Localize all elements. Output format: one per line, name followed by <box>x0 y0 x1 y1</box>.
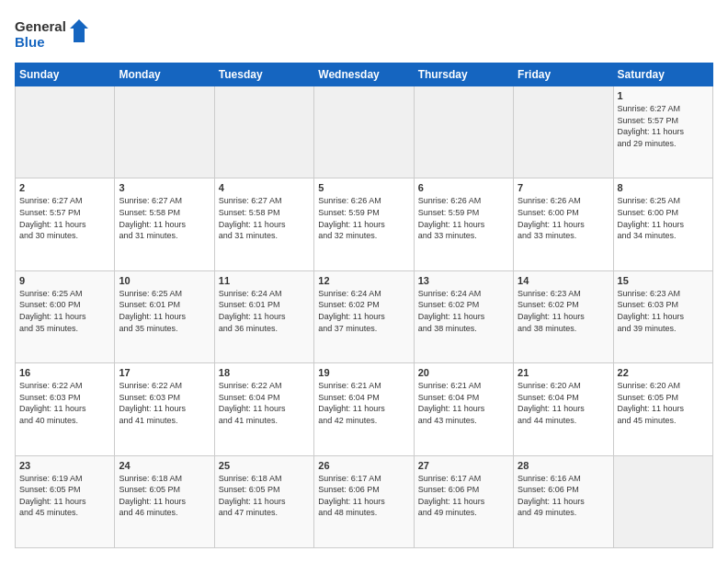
day-number: 4 <box>219 182 310 193</box>
day-number: 15 <box>618 275 709 286</box>
week-row-1: 2Sunrise: 6:27 AM Sunset: 5:57 PM Daylig… <box>16 178 713 270</box>
week-row-0: 1Sunrise: 6:27 AM Sunset: 5:57 PM Daylig… <box>16 86 713 178</box>
calendar-cell: 20Sunrise: 6:21 AM Sunset: 6:04 PM Dayli… <box>414 363 513 455</box>
day-number: 26 <box>318 460 409 471</box>
weekday-monday: Monday <box>115 63 214 86</box>
day-info: Sunrise: 6:24 AM Sunset: 6:02 PM Dayligh… <box>418 288 509 334</box>
day-info: Sunrise: 6:21 AM Sunset: 6:04 PM Dayligh… <box>318 380 409 426</box>
day-info: Sunrise: 6:18 AM Sunset: 6:05 PM Dayligh… <box>219 473 310 519</box>
calendar-cell: 3Sunrise: 6:27 AM Sunset: 5:58 PM Daylig… <box>115 178 214 270</box>
day-info: Sunrise: 6:27 AM Sunset: 5:58 PM Dayligh… <box>219 195 310 241</box>
day-number: 18 <box>219 367 310 378</box>
day-number: 5 <box>318 182 409 193</box>
day-info: Sunrise: 6:22 AM Sunset: 6:03 PM Dayligh… <box>19 380 110 426</box>
calendar-cell: 7Sunrise: 6:26 AM Sunset: 6:00 PM Daylig… <box>514 178 613 270</box>
day-number: 1 <box>618 90 709 101</box>
calendar-cell: 24Sunrise: 6:18 AM Sunset: 6:05 PM Dayli… <box>115 455 214 547</box>
logo-svg: General Blue <box>15 15 88 53</box>
day-info: Sunrise: 6:16 AM Sunset: 6:06 PM Dayligh… <box>518 473 609 519</box>
day-number: 24 <box>119 460 210 471</box>
day-number: 23 <box>19 460 110 471</box>
day-number: 21 <box>518 367 609 378</box>
day-number: 14 <box>518 275 609 286</box>
day-info: Sunrise: 6:26 AM Sunset: 6:00 PM Dayligh… <box>518 195 609 241</box>
calendar-cell: 27Sunrise: 6:17 AM Sunset: 6:06 PM Dayli… <box>414 455 513 547</box>
day-info: Sunrise: 6:17 AM Sunset: 6:06 PM Dayligh… <box>318 473 409 519</box>
day-number: 8 <box>618 182 709 193</box>
calendar-cell: 8Sunrise: 6:25 AM Sunset: 6:00 PM Daylig… <box>613 178 712 270</box>
calendar-cell <box>514 86 613 178</box>
svg-text:Blue: Blue <box>15 34 45 50</box>
day-info: Sunrise: 6:21 AM Sunset: 6:04 PM Dayligh… <box>418 380 509 426</box>
day-info: Sunrise: 6:17 AM Sunset: 6:06 PM Dayligh… <box>418 473 509 519</box>
day-info: Sunrise: 6:20 AM Sunset: 6:04 PM Dayligh… <box>518 380 609 426</box>
calendar-cell: 19Sunrise: 6:21 AM Sunset: 6:04 PM Dayli… <box>314 363 414 455</box>
week-row-3: 16Sunrise: 6:22 AM Sunset: 6:03 PM Dayli… <box>16 363 713 455</box>
calendar-cell <box>613 455 712 547</box>
day-number: 13 <box>418 275 509 286</box>
calendar-cell: 1Sunrise: 6:27 AM Sunset: 5:57 PM Daylig… <box>613 86 712 178</box>
day-info: Sunrise: 6:24 AM Sunset: 6:01 PM Dayligh… <box>219 288 310 334</box>
weekday-thursday: Thursday <box>414 63 513 86</box>
calendar-table: SundayMondayTuesdayWednesdayThursdayFrid… <box>15 63 713 548</box>
day-number: 7 <box>518 182 609 193</box>
calendar-cell: 25Sunrise: 6:18 AM Sunset: 6:05 PM Dayli… <box>214 455 313 547</box>
day-number: 27 <box>418 460 509 471</box>
day-info: Sunrise: 6:27 AM Sunset: 5:57 PM Dayligh… <box>19 195 110 241</box>
day-info: Sunrise: 6:25 AM Sunset: 6:01 PM Dayligh… <box>119 288 210 334</box>
day-info: Sunrise: 6:23 AM Sunset: 6:02 PM Dayligh… <box>518 288 609 334</box>
day-number: 10 <box>119 275 210 286</box>
calendar-cell: 10Sunrise: 6:25 AM Sunset: 6:01 PM Dayli… <box>115 270 214 362</box>
day-info: Sunrise: 6:26 AM Sunset: 5:59 PM Dayligh… <box>318 195 409 241</box>
day-info: Sunrise: 6:22 AM Sunset: 6:04 PM Dayligh… <box>219 380 310 426</box>
calendar-cell: 18Sunrise: 6:22 AM Sunset: 6:04 PM Dayli… <box>214 363 313 455</box>
svg-marker-2 <box>70 19 88 42</box>
day-info: Sunrise: 6:25 AM Sunset: 6:00 PM Dayligh… <box>618 195 709 241</box>
day-number: 20 <box>418 367 509 378</box>
day-number: 9 <box>19 275 110 286</box>
calendar-cell: 13Sunrise: 6:24 AM Sunset: 6:02 PM Dayli… <box>414 270 513 362</box>
calendar-cell: 4Sunrise: 6:27 AM Sunset: 5:58 PM Daylig… <box>214 178 313 270</box>
day-info: Sunrise: 6:24 AM Sunset: 6:02 PM Dayligh… <box>318 288 409 334</box>
logo: General Blue <box>15 15 88 53</box>
calendar-cell: 2Sunrise: 6:27 AM Sunset: 5:57 PM Daylig… <box>16 178 115 270</box>
calendar-cell: 23Sunrise: 6:19 AM Sunset: 6:05 PM Dayli… <box>16 455 115 547</box>
day-info: Sunrise: 6:20 AM Sunset: 6:05 PM Dayligh… <box>618 380 709 426</box>
day-info: Sunrise: 6:25 AM Sunset: 6:00 PM Dayligh… <box>19 288 110 334</box>
calendar-cell: 12Sunrise: 6:24 AM Sunset: 6:02 PM Dayli… <box>314 270 414 362</box>
calendar-cell: 5Sunrise: 6:26 AM Sunset: 5:59 PM Daylig… <box>314 178 414 270</box>
day-info: Sunrise: 6:27 AM Sunset: 5:57 PM Dayligh… <box>618 103 709 149</box>
calendar-cell: 9Sunrise: 6:25 AM Sunset: 6:00 PM Daylig… <box>16 270 115 362</box>
day-number: 28 <box>518 460 609 471</box>
weekday-saturday: Saturday <box>613 63 712 86</box>
calendar-cell: 21Sunrise: 6:20 AM Sunset: 6:04 PM Dayli… <box>514 363 613 455</box>
calendar-cell <box>314 86 414 178</box>
week-row-4: 23Sunrise: 6:19 AM Sunset: 6:05 PM Dayli… <box>16 455 713 547</box>
day-number: 17 <box>119 367 210 378</box>
calendar-header: SundayMondayTuesdayWednesdayThursdayFrid… <box>16 63 713 86</box>
day-number: 25 <box>219 460 310 471</box>
calendar-cell: 15Sunrise: 6:23 AM Sunset: 6:03 PM Dayli… <box>613 270 712 362</box>
day-number: 11 <box>219 275 310 286</box>
calendar-cell <box>16 86 115 178</box>
calendar-cell: 28Sunrise: 6:16 AM Sunset: 6:06 PM Dayli… <box>514 455 613 547</box>
weekday-friday: Friday <box>514 63 613 86</box>
header: General Blue <box>15 15 713 53</box>
weekday-tuesday: Tuesday <box>214 63 313 86</box>
calendar-cell: 26Sunrise: 6:17 AM Sunset: 6:06 PM Dayli… <box>314 455 414 547</box>
day-info: Sunrise: 6:18 AM Sunset: 6:05 PM Dayligh… <box>119 473 210 519</box>
calendar-cell: 17Sunrise: 6:22 AM Sunset: 6:03 PM Dayli… <box>115 363 214 455</box>
day-number: 6 <box>418 182 509 193</box>
week-row-2: 9Sunrise: 6:25 AM Sunset: 6:00 PM Daylig… <box>16 270 713 362</box>
calendar-cell <box>414 86 513 178</box>
day-number: 2 <box>19 182 110 193</box>
calendar-body: 1Sunrise: 6:27 AM Sunset: 5:57 PM Daylig… <box>16 86 713 548</box>
calendar-cell: 6Sunrise: 6:26 AM Sunset: 5:59 PM Daylig… <box>414 178 513 270</box>
day-info: Sunrise: 6:22 AM Sunset: 6:03 PM Dayligh… <box>119 380 210 426</box>
calendar-cell: 11Sunrise: 6:24 AM Sunset: 6:01 PM Dayli… <box>214 270 313 362</box>
calendar-cell: 16Sunrise: 6:22 AM Sunset: 6:03 PM Dayli… <box>16 363 115 455</box>
calendar-cell <box>214 86 313 178</box>
day-info: Sunrise: 6:27 AM Sunset: 5:58 PM Dayligh… <box>119 195 210 241</box>
calendar-cell: 14Sunrise: 6:23 AM Sunset: 6:02 PM Dayli… <box>514 270 613 362</box>
day-number: 16 <box>19 367 110 378</box>
